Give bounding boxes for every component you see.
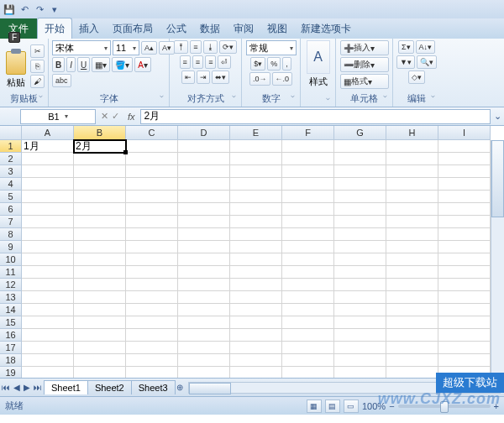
cell-F4[interactable] bbox=[282, 178, 334, 191]
cell-I13[interactable] bbox=[438, 291, 491, 304]
horizontal-scrollbar[interactable] bbox=[188, 382, 501, 394]
cell-G10[interactable] bbox=[334, 253, 386, 266]
cell-H12[interactable] bbox=[386, 279, 438, 291]
increase-font-button[interactable]: A▴ bbox=[141, 41, 157, 55]
tab-new[interactable]: 新建选项卡 bbox=[294, 18, 358, 39]
cell-F13[interactable] bbox=[282, 291, 334, 304]
sheet-nav-next[interactable]: ▶ bbox=[22, 383, 32, 392]
cell-B7[interactable] bbox=[74, 216, 126, 228]
italic-button[interactable]: I bbox=[66, 57, 76, 72]
cell-H16[interactable] bbox=[386, 329, 438, 342]
dec-decimal-button[interactable]: ←.0 bbox=[272, 72, 293, 86]
cell-I18[interactable] bbox=[438, 354, 491, 367]
cell-I6[interactable] bbox=[438, 203, 491, 216]
cell-H9[interactable] bbox=[386, 241, 438, 253]
delete-cells-button[interactable]: ➖ 删除 ▾ bbox=[340, 57, 389, 72]
cell-E5[interactable] bbox=[230, 191, 282, 203]
cell-A5[interactable] bbox=[22, 191, 74, 203]
cell-H2[interactable] bbox=[386, 153, 438, 165]
col-header-H[interactable]: H bbox=[386, 126, 438, 140]
col-header-A[interactable]: A bbox=[22, 126, 74, 140]
row-header-16[interactable]: 16 bbox=[0, 329, 22, 342]
cell-H6[interactable] bbox=[386, 203, 438, 216]
wrap-button[interactable]: ⏎ bbox=[218, 55, 231, 69]
row-header-15[interactable]: 15 bbox=[0, 316, 22, 329]
cell-D8[interactable] bbox=[178, 228, 230, 241]
border-button[interactable]: ▦▾ bbox=[92, 57, 110, 72]
sheet-nav-last[interactable]: ⏭ bbox=[32, 383, 44, 392]
cell-B8[interactable] bbox=[74, 228, 126, 241]
cell-D5[interactable] bbox=[178, 191, 230, 203]
cell-B18[interactable] bbox=[74, 354, 126, 367]
cell-C16[interactable] bbox=[126, 329, 178, 342]
cell-G12[interactable] bbox=[334, 279, 386, 291]
cell-E18[interactable] bbox=[230, 354, 282, 367]
tab-review[interactable]: 审阅 bbox=[227, 18, 260, 39]
cell-G2[interactable] bbox=[334, 153, 386, 165]
cell-C5[interactable] bbox=[126, 191, 178, 203]
col-header-G[interactable]: G bbox=[334, 126, 386, 140]
cell-H8[interactable] bbox=[386, 228, 438, 241]
merge-button[interactable]: ⬌▾ bbox=[212, 70, 229, 84]
cell-A2[interactable] bbox=[22, 153, 74, 165]
paste-button[interactable]: 粘贴 bbox=[3, 44, 28, 89]
zoom-value[interactable]: 100% bbox=[362, 401, 386, 411]
cell-D18[interactable] bbox=[178, 354, 230, 367]
cell-I4[interactable] bbox=[438, 178, 491, 191]
tab-view[interactable]: 视图 bbox=[260, 18, 294, 39]
cell-E14[interactable] bbox=[230, 304, 282, 316]
find-button[interactable]: 🔍▾ bbox=[417, 55, 437, 69]
cell-B15[interactable] bbox=[74, 316, 126, 329]
sheet-nav-prev[interactable]: ◀ bbox=[12, 383, 22, 392]
row-header-19[interactable]: 19 bbox=[0, 367, 22, 378]
cell-H7[interactable] bbox=[386, 216, 438, 228]
cell-G8[interactable] bbox=[334, 228, 386, 241]
cell-E1[interactable] bbox=[230, 140, 282, 153]
cell-B16[interactable] bbox=[74, 329, 126, 342]
cell-C7[interactable] bbox=[126, 216, 178, 228]
row-header-17[interactable]: 17 bbox=[0, 342, 22, 354]
align-middle-button[interactable]: ≡ bbox=[190, 40, 201, 54]
row-header-1[interactable]: 1 bbox=[0, 140, 22, 153]
cell-F6[interactable] bbox=[282, 203, 334, 216]
cell-F17[interactable] bbox=[282, 342, 334, 354]
zoom-out-button[interactable]: − bbox=[389, 401, 394, 411]
formula-input[interactable]: 2月 bbox=[140, 109, 491, 124]
comma-button[interactable]: , bbox=[282, 57, 291, 70]
cell-B4[interactable] bbox=[74, 178, 126, 191]
cell-D16[interactable] bbox=[178, 329, 230, 342]
zoom-in-button[interactable]: + bbox=[494, 401, 499, 411]
cell-I10[interactable] bbox=[438, 253, 491, 266]
phonetic-button[interactable]: abc bbox=[52, 74, 71, 87]
cell-I14[interactable] bbox=[438, 304, 491, 316]
cell-F8[interactable] bbox=[282, 228, 334, 241]
cell-H15[interactable] bbox=[386, 316, 438, 329]
cell-H19[interactable] bbox=[386, 367, 438, 378]
cell-G1[interactable] bbox=[334, 140, 386, 153]
cell-E7[interactable] bbox=[230, 216, 282, 228]
cell-C19[interactable] bbox=[126, 367, 178, 378]
row-header-4[interactable]: 4 bbox=[0, 178, 22, 191]
font-color-button[interactable]: A▾ bbox=[134, 57, 151, 72]
sheet-tab-2[interactable]: Sheet2 bbox=[87, 380, 132, 394]
cell-F7[interactable] bbox=[282, 216, 334, 228]
cell-A6[interactable] bbox=[22, 203, 74, 216]
row-header-8[interactable]: 8 bbox=[0, 228, 22, 241]
cell-B3[interactable] bbox=[74, 165, 126, 178]
cell-C14[interactable] bbox=[126, 304, 178, 316]
currency-button[interactable]: $▾ bbox=[250, 57, 265, 70]
cell-E6[interactable] bbox=[230, 203, 282, 216]
cell-F5[interactable] bbox=[282, 191, 334, 203]
orientation-button[interactable]: ⟳▾ bbox=[219, 40, 237, 54]
font-name-select[interactable]: 宋体▾ bbox=[52, 40, 111, 55]
cell-A7[interactable] bbox=[22, 216, 74, 228]
view-layout-button[interactable]: ▤ bbox=[325, 400, 340, 413]
cell-F15[interactable] bbox=[282, 316, 334, 329]
row-header-18[interactable]: 18 bbox=[0, 354, 22, 367]
cell-C2[interactable] bbox=[126, 153, 178, 165]
col-header-F[interactable]: F bbox=[282, 126, 334, 140]
tab-insert[interactable]: 插入 bbox=[72, 18, 106, 39]
cell-H5[interactable] bbox=[386, 191, 438, 203]
cell-G17[interactable] bbox=[334, 342, 386, 354]
cell-D12[interactable] bbox=[178, 279, 230, 291]
